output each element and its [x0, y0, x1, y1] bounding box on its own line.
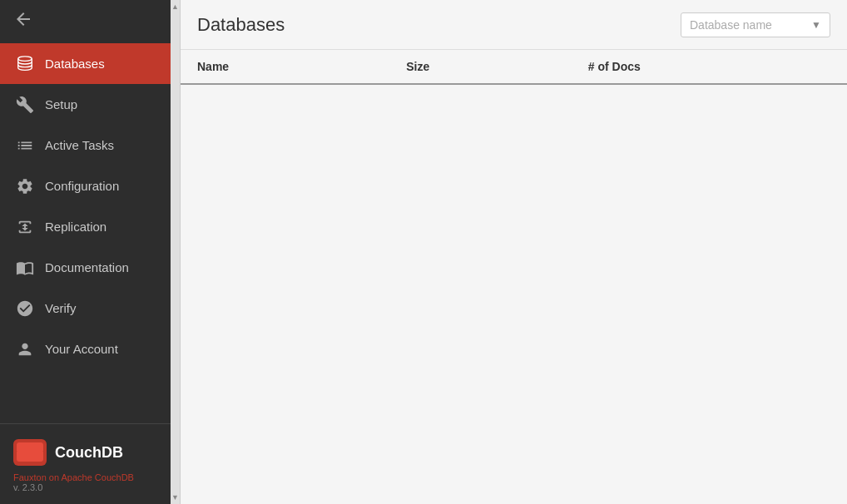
sidebar-item-label: Your Account — [45, 342, 118, 356]
gear-icon — [13, 177, 37, 195]
sidebar-item-label: Configuration — [45, 179, 119, 193]
dropdown-placeholder: Database name — [690, 18, 772, 32]
sidebar-item-label: Replication — [45, 220, 106, 234]
couch-sofa-icon — [13, 439, 47, 466]
sidebar-item-databases[interactable]: Databases — [0, 43, 171, 84]
sidebar-item-documentation[interactable]: Documentation — [0, 247, 171, 288]
table-container: Name Size # of Docs — [181, 50, 847, 504]
svg-point-0 — [18, 56, 32, 61]
col-name: Name — [181, 50, 389, 84]
page-title: Databases — [197, 14, 285, 36]
sidebar-footer: CouchDB Fauxton on Apache CouchDB v. 2.3… — [0, 423, 171, 504]
scroll-down-arrow[interactable]: ▼ — [171, 491, 181, 504]
sidebar-item-label: Setup — [45, 97, 77, 111]
couchdb-brand: CouchDB — [55, 444, 123, 462]
replication-icon — [13, 218, 37, 236]
databases-table: Name Size # of Docs — [181, 50, 847, 85]
table-head: Name Size # of Docs — [181, 50, 847, 84]
chevron-down-icon: ▼ — [811, 19, 821, 31]
sidebar-nav: Databases Setup Active Tasks — [0, 43, 171, 423]
sidebar-item-label: Active Tasks — [45, 138, 114, 152]
sidebar: Databases Setup Active Tasks — [0, 0, 171, 504]
footer-tagline: Fauxton on Apache CouchDB — [13, 472, 134, 482]
user-icon — [13, 340, 37, 358]
scrollbar-track[interactable]: ▲ ▼ — [171, 0, 181, 504]
check-circle-icon — [13, 299, 37, 318]
couch-logo: CouchDB — [13, 439, 123, 466]
sidebar-item-label: Documentation — [45, 260, 129, 274]
back-icon — [13, 9, 33, 34]
scroll-up-arrow[interactable]: ▲ — [171, 0, 181, 13]
footer-version: v. 2.3.0 — [13, 482, 42, 492]
tasks-icon — [13, 136, 37, 155]
main-wrapper: ▲ ▼ Databases Database name ▼ Name Size … — [171, 0, 847, 504]
table-header-row: Name Size # of Docs — [181, 50, 847, 84]
col-size: Size — [389, 50, 572, 84]
content-header: Databases Database name ▼ — [181, 0, 847, 50]
sidebar-item-replication[interactable]: Replication — [0, 206, 171, 247]
sidebar-item-label: Verify — [45, 301, 77, 315]
book-icon — [13, 259, 37, 277]
sidebar-item-verify[interactable]: Verify — [0, 288, 171, 329]
database-name-dropdown[interactable]: Database name ▼ — [681, 12, 830, 37]
col-docs: # of Docs — [572, 50, 847, 84]
main-content: Databases Database name ▼ Name Size # of… — [181, 0, 847, 504]
sidebar-item-your-account[interactable]: Your Account — [0, 329, 171, 369]
wrench-icon — [13, 96, 37, 114]
sidebar-item-setup[interactable]: Setup — [0, 84, 171, 125]
sidebar-item-label: Databases — [45, 57, 105, 71]
sidebar-item-configuration[interactable]: Configuration — [0, 166, 171, 206]
sidebar-item-active-tasks[interactable]: Active Tasks — [0, 125, 171, 166]
back-button[interactable] — [0, 0, 171, 43]
database-icon — [13, 55, 37, 73]
